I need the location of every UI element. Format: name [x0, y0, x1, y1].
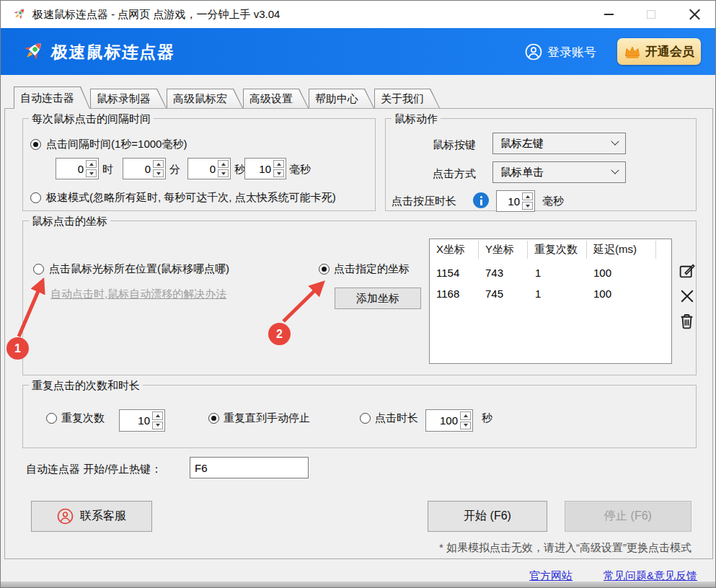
- minutes-unit: 分: [169, 163, 180, 177]
- spin-down-icon[interactable]: [218, 169, 229, 177]
- cell-repeat: 1: [535, 267, 541, 279]
- radio-interval-label[interactable]: 点击间隔时间(1秒=1000毫秒): [46, 138, 187, 151]
- contact-support-label: 联系客服: [80, 509, 126, 524]
- annotation-badge-2: 2: [268, 323, 291, 345]
- cell-y: 743: [485, 267, 503, 279]
- spin-down-icon[interactable]: [273, 169, 284, 177]
- tab-label: 帮助中心: [315, 92, 358, 106]
- repeat-count-stepper[interactable]: 10: [119, 409, 165, 432]
- spin-up-icon[interactable]: [273, 160, 284, 168]
- press-duration-value[interactable]: 10: [497, 191, 522, 211]
- mouse-button-label: 鼠标按键: [433, 138, 476, 152]
- cell-delay: 100: [593, 267, 611, 279]
- radio-click-at-cursor[interactable]: [33, 264, 44, 275]
- spin-up-icon[interactable]: [460, 411, 471, 420]
- click-duration-stepper[interactable]: 100: [425, 409, 473, 432]
- hours-stepper[interactable]: 0: [56, 158, 99, 179]
- login-account-button[interactable]: 登录账号: [525, 43, 596, 61]
- spin-down-icon[interactable]: [152, 422, 163, 430]
- radio-click-fixed-coords[interactable]: [319, 264, 330, 275]
- minimize-button[interactable]: [592, 1, 625, 28]
- maximize-button[interactable]: [635, 1, 668, 28]
- cell-x: 1154: [436, 267, 459, 279]
- spin-down-icon[interactable]: [522, 202, 533, 210]
- click-duration-label[interactable]: 点击时长: [375, 411, 418, 425]
- radio-repeat-until-stop[interactable]: [208, 413, 219, 424]
- seconds-value[interactable]: 0: [188, 159, 218, 179]
- milliseconds-stepper[interactable]: 10: [244, 158, 286, 179]
- tab-about-us[interactable]: 关于我们: [374, 89, 440, 108]
- edit-icon[interactable]: [678, 262, 696, 280]
- radio-click-duration[interactable]: [360, 413, 371, 424]
- radio-repeat-count[interactable]: [46, 413, 57, 424]
- click-mode-select[interactable]: 鼠标单击: [492, 161, 626, 183]
- spin-up-icon[interactable]: [153, 160, 164, 168]
- radio-fixed-label[interactable]: 点击指定的坐标: [334, 262, 410, 276]
- tab-advanced-macro[interactable]: 高级鼠标宏: [167, 89, 243, 108]
- press-duration-stepper[interactable]: 10: [496, 190, 535, 212]
- chevron-down-icon: [611, 166, 619, 174]
- faq-feedback-link[interactable]: 常见问题&意见反馈: [604, 569, 697, 583]
- contact-support-button[interactable]: 联系客服: [31, 501, 152, 532]
- col-header-repeat[interactable]: 重复次数: [528, 241, 587, 259]
- tab-auto-clicker[interactable]: 自动连击器: [14, 86, 90, 109]
- milliseconds-value[interactable]: 10: [245, 159, 273, 179]
- app-header: 极速鼠标连点器 登录账号 开通会员: [1, 28, 715, 75]
- tab-advanced-settings[interactable]: 高级设置: [243, 89, 309, 108]
- radio-cursor-label[interactable]: 点击鼠标光标所在位置(鼠标移哪点哪): [49, 262, 229, 276]
- trash-icon[interactable]: [678, 312, 696, 330]
- interval-group-legend: 每次鼠标点击的间隔时间: [29, 112, 154, 126]
- close-icon: [689, 9, 701, 21]
- click-mode-label: 点击方式: [433, 167, 476, 181]
- coords-group: 鼠标点击的坐标 点击鼠标光标所在位置(鼠标移哪点哪) 自动点击时,鼠标自动漂移的…: [22, 220, 697, 375]
- tab-label: 高级设置: [249, 92, 293, 106]
- drift-solution-link[interactable]: 自动点击时,鼠标自动漂移的解决办法: [50, 288, 226, 301]
- tab-label: 鼠标录制器: [97, 92, 151, 106]
- crown-icon: [624, 45, 641, 59]
- hotkey-input[interactable]: [190, 457, 309, 478]
- official-site-link[interactable]: 官方网站: [529, 569, 573, 583]
- spin-up-icon[interactable]: [86, 160, 97, 168]
- minutes-stepper[interactable]: 0: [123, 158, 166, 179]
- radio-interval-time[interactable]: [30, 139, 41, 150]
- spin-up-icon[interactable]: [152, 411, 163, 420]
- cell-delay: 100: [593, 288, 611, 300]
- info-icon[interactable]: [473, 192, 489, 208]
- click-duration-value[interactable]: 100: [426, 410, 460, 431]
- close-button[interactable]: [678, 1, 711, 28]
- cell-repeat: 1: [535, 288, 541, 300]
- repeat-count-label[interactable]: 重复次数: [61, 411, 105, 425]
- coords-table[interactable]: X坐标 Y坐标 重复次数 延迟(ms) 1154 743 1 100 1168 …: [429, 239, 672, 364]
- tab-mouse-recorder[interactable]: 鼠标录制器: [90, 89, 167, 108]
- add-coordinate-button[interactable]: 添加坐标: [335, 288, 421, 309]
- repeat-count-value[interactable]: 10: [120, 410, 152, 431]
- spin-up-icon[interactable]: [522, 192, 533, 200]
- col-header-y[interactable]: Y坐标: [479, 241, 528, 259]
- seconds-stepper[interactable]: 0: [187, 158, 231, 179]
- radio-turbo-label[interactable]: 极速模式(忽略所有延时, 每秒可达千次, 点太快系统可能卡死): [46, 191, 336, 205]
- window-title: 极速鼠标连点器 - 点网页 点游戏，一分钟上手 v3.04: [32, 8, 280, 22]
- mouse-action-group: 鼠标动作 鼠标按键 鼠标左键 点击方式 鼠标单击 点击按压时长 10 毫秒: [385, 118, 697, 211]
- col-header-x[interactable]: X坐标: [430, 241, 479, 259]
- tab-help-center[interactable]: 帮助中心: [309, 89, 374, 108]
- brand-title: 极速鼠标连点器: [50, 41, 176, 63]
- hours-value[interactable]: 0: [56, 159, 86, 179]
- cell-y: 745: [485, 288, 503, 300]
- spin-up-icon[interactable]: [218, 160, 229, 168]
- minutes-value[interactable]: 0: [123, 159, 153, 179]
- tab-label: 自动连击器: [20, 92, 74, 105]
- radio-turbo-mode[interactable]: [30, 192, 41, 203]
- spin-down-icon[interactable]: [460, 422, 471, 430]
- seconds-unit: 秒: [234, 163, 245, 177]
- rocket-icon: [19, 38, 46, 65]
- open-vip-button[interactable]: 开通会员: [617, 38, 701, 65]
- repeat-until-stop-label[interactable]: 重复直到手动停止: [224, 411, 310, 425]
- stop-button: 停止 (F6): [565, 501, 691, 532]
- spin-down-icon[interactable]: [86, 169, 97, 177]
- repeat-group-legend: 重复点击的次数和时长: [29, 379, 143, 393]
- mouse-button-select[interactable]: 鼠标左键: [492, 133, 626, 154]
- spin-down-icon[interactable]: [153, 169, 164, 177]
- col-header-delay[interactable]: 延迟(ms): [587, 241, 656, 259]
- start-button[interactable]: 开始 (F6): [428, 501, 547, 532]
- click-mode-value: 鼠标单击: [500, 166, 544, 179]
